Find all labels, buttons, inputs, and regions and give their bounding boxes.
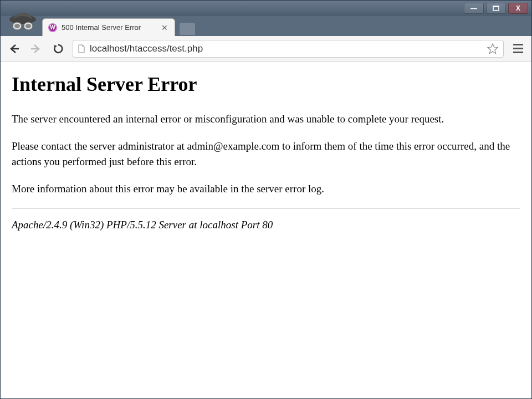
hamburger-icon: [513, 44, 523, 45]
tab-title: 500 Internal Server Error: [62, 23, 156, 32]
url-input[interactable]: [90, 43, 482, 54]
new-tab-button[interactable]: [180, 23, 195, 35]
divider: [12, 208, 520, 208]
error-paragraph-2: Please contact the server administrator …: [12, 139, 520, 170]
tab-favicon-icon: W: [48, 23, 57, 32]
arrow-right-icon: [30, 43, 42, 55]
tab-close-button[interactable]: ✕: [160, 23, 169, 32]
svg-rect-1: [493, 6, 499, 7]
reload-icon: [53, 43, 64, 54]
maximize-icon: [493, 6, 499, 11]
error-paragraph-1: The server encountered an internal error…: [12, 111, 520, 127]
maximize-button[interactable]: [486, 3, 506, 14]
error-paragraph-3: More information about this error may be…: [12, 181, 520, 197]
back-button[interactable]: [6, 41, 22, 57]
close-window-button[interactable]: X: [508, 3, 528, 14]
tab-bar: W 500 Internal Server Error ✕: [1, 16, 531, 36]
forward-button[interactable]: [28, 41, 44, 57]
browser-tab[interactable]: W 500 Internal Server Error ✕: [42, 18, 175, 36]
server-signature: Apache/2.4.9 (Win32) PHP/5.5.12 Server a…: [12, 217, 520, 233]
bookmark-star-icon[interactable]: [487, 43, 499, 55]
page-content: Internal Server Error The server encount…: [1, 62, 531, 398]
arrow-left-icon: [8, 43, 20, 55]
svg-point-6: [14, 24, 20, 28]
window-titlebar: — X: [1, 1, 531, 16]
browser-toolbar: [1, 36, 531, 62]
address-bar[interactable]: [73, 40, 504, 58]
error-heading: Internal Server Error: [12, 73, 520, 96]
svg-point-2: [9, 15, 36, 24]
incognito-icon: [6, 9, 39, 36]
page-icon: [78, 44, 85, 53]
reload-button[interactable]: [50, 41, 66, 57]
svg-point-7: [25, 24, 31, 28]
menu-button[interactable]: [510, 41, 526, 57]
minimize-button[interactable]: —: [464, 3, 484, 14]
